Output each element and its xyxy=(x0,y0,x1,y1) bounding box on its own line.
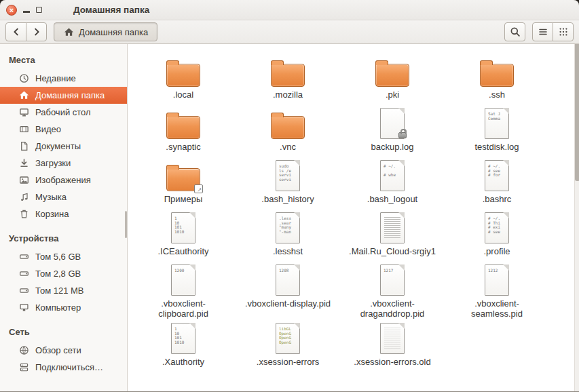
file-item[interactable]: .pki xyxy=(340,53,445,104)
sidebar-item-documents[interactable]: Документы xyxy=(0,138,127,155)
file-pane[interactable]: gg pg .local.mozilla.pki.ssh.synaptic.vn… xyxy=(128,44,579,391)
sidebar-item-label: Том 5,6 GB xyxy=(35,252,81,262)
file-item[interactable]: .mozilla xyxy=(236,53,340,104)
sidebar-item-label: Рабочий стол xyxy=(35,107,91,117)
file-item[interactable]: .synaptic xyxy=(131,105,236,156)
file-item[interactable]: backup.log xyxy=(340,105,445,156)
file-label: .ssh xyxy=(489,90,505,100)
sidebar-item-downloads[interactable]: Загрузки xyxy=(0,155,127,172)
file-icon: 1208 xyxy=(276,264,300,296)
toolbar: Домашняя папка xyxy=(0,20,579,44)
file-item[interactable]: libGL OpenG OpenG OpenG.xsession-errors xyxy=(236,320,340,371)
file-label: Примеры xyxy=(164,194,203,204)
recent-icon xyxy=(18,73,29,84)
sidebar-item-connect[interactable]: Подключиться… xyxy=(0,359,127,376)
file-item[interactable]: .vnc xyxy=(236,105,340,156)
file-icon: libGL OpenG OpenG OpenG xyxy=(276,323,300,354)
file-icon xyxy=(380,108,405,139)
file-item[interactable]: 1208.vboxclient-display.pid xyxy=(236,262,340,319)
file-manager-window: × Домашняя папка Домашняя папка xyxy=(0,0,579,392)
sidebar-item-trash[interactable]: Корзина xyxy=(0,205,127,222)
drive-icon xyxy=(18,252,29,262)
file-item[interactable]: 1212.vboxclient-seamless.pid xyxy=(445,262,549,319)
sidebar-item-recent[interactable]: Недавние xyxy=(0,70,127,87)
file-label: .synaptic xyxy=(166,142,200,152)
file-icon: # ~/. # whe xyxy=(380,160,405,191)
file-item[interactable]: Sat J Commatestdisk.log xyxy=(445,105,549,156)
file-item[interactable]: .xsession-errors.old xyxy=(340,320,445,371)
clipped-file-label: g xyxy=(445,44,549,48)
file-icon-box xyxy=(166,105,200,139)
link-emblem-icon: → xyxy=(194,184,203,193)
file-icon xyxy=(380,212,405,243)
file-item[interactable]: # ~/. # see # for.bashrc xyxy=(445,157,549,208)
file-preview-text: 1217 xyxy=(381,265,404,291)
file-label: .mozilla xyxy=(273,90,303,100)
hamburger-menu-icon xyxy=(538,26,548,37)
sidebar-item-network[interactable]: Обзор сети xyxy=(0,342,127,359)
file-label: .bash_history xyxy=(261,194,314,204)
maximize-button[interactable] xyxy=(36,7,42,13)
path-button-home[interactable]: Домашняя папка xyxy=(54,22,157,41)
sidebar-item-music[interactable]: Музыка xyxy=(0,189,127,205)
file-icon: .less .sear "many "-man xyxy=(276,212,300,243)
scrollbar-thumb[interactable] xyxy=(575,44,579,181)
file-item[interactable]: .Mail.Ru_Cloud-srgiy1 xyxy=(340,210,445,260)
file-item[interactable]: →Примеры xyxy=(131,157,236,208)
file-label: .profile xyxy=(483,246,510,256)
file-item[interactable]: # ~/. # whe.bash_logout xyxy=(340,157,445,208)
file-icon-box: sudo ls /e servi servi xyxy=(276,157,300,191)
file-icon-box: 1200 xyxy=(171,262,195,296)
close-button[interactable]: × xyxy=(6,5,17,16)
file-item[interactable]: 1217.vboxclient-draganddrop.pid xyxy=(340,262,445,319)
file-item[interactable]: sudo ls /e servi servi.bash_history xyxy=(236,157,340,208)
sidebar-item-home[interactable]: Домашняя папка xyxy=(0,87,127,104)
file-item[interactable]: 1200.vboxclient-clipboard.pid xyxy=(131,262,236,319)
titlebar[interactable]: × Домашняя папка xyxy=(0,0,579,20)
file-item[interactable]: .local xyxy=(131,53,236,104)
file-icon-box xyxy=(380,105,405,139)
sidebar-item-label: Загрузки xyxy=(35,158,71,168)
search-icon xyxy=(510,26,521,37)
search-button[interactable] xyxy=(504,22,525,41)
file-item[interactable]: .less .sear "many "-man.lesshst xyxy=(236,210,340,260)
file-preview-lines xyxy=(384,217,400,239)
file-icon: sudo ls /e servi servi xyxy=(276,160,300,191)
minimize-button[interactable] xyxy=(23,11,30,13)
back-button[interactable] xyxy=(5,22,26,41)
file-icon-box xyxy=(380,210,405,243)
file-icon xyxy=(380,323,405,354)
grid-view-button[interactable] xyxy=(553,22,574,41)
sidebar-scrollbar-thumb[interactable] xyxy=(125,211,127,238)
file-label: .vboxclient-display.pid xyxy=(245,298,331,309)
file-label: .bash_logout xyxy=(367,194,417,204)
sidebar-item-drive[interactable]: Том 5,6 GB xyxy=(0,248,127,265)
sidebar-item-drive[interactable]: Том 121 MB xyxy=(0,282,127,299)
sidebar-item-label: Изображения xyxy=(35,175,91,185)
file-icon-box: # ~/. # whe xyxy=(380,157,405,191)
window-title: Домашняя папка xyxy=(73,5,149,15)
sidebar-item-label: Компьютер xyxy=(35,302,81,313)
sidebar-item-computer[interactable]: Компьютер xyxy=(0,299,127,316)
sidebar-item-drive[interactable]: Том 2,8 GB xyxy=(0,265,127,282)
file-item[interactable]: .ssh xyxy=(445,53,549,104)
sidebar-section-header: Места xyxy=(0,54,127,67)
file-icon: Sat J Comma xyxy=(485,108,509,139)
file-item[interactable]: 1 10 101 1010.Xauthority xyxy=(131,320,236,371)
sidebar-item-video[interactable]: Видео xyxy=(0,121,127,138)
drive-icon xyxy=(18,286,29,296)
sidebar-item-pictures[interactable]: Изображения xyxy=(0,172,127,189)
file-label: .bashrc xyxy=(483,194,512,204)
scrollbar[interactable] xyxy=(574,44,579,391)
file-preview-text: 1 10 101 1010 xyxy=(172,213,195,239)
forward-button[interactable] xyxy=(26,22,47,41)
file-item[interactable]: 1 10 101 1010.ICEauthority xyxy=(131,210,236,260)
file-label: .Xauthority xyxy=(162,357,204,367)
file-icon-box: libGL OpenG OpenG OpenG xyxy=(276,320,300,354)
file-preview-text: libGL OpenG OpenG OpenG xyxy=(276,324,299,349)
file-item[interactable]: # ~/. # Thi # exi # see.profile xyxy=(445,210,549,260)
file-icon-box: 1 10 101 1010 xyxy=(171,210,195,243)
sidebar-item-desktop[interactable]: Рабочий стол xyxy=(0,104,127,121)
downloads-icon xyxy=(18,158,29,169)
menu-button[interactable] xyxy=(532,22,553,41)
